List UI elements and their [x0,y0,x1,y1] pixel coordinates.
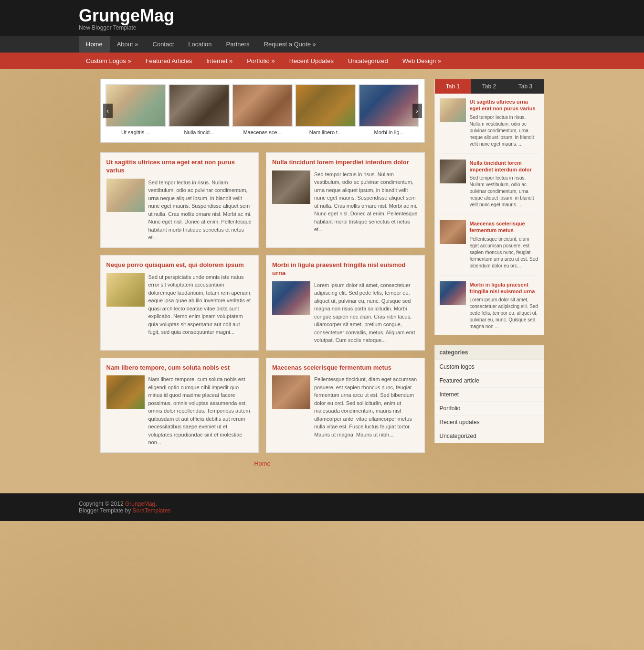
tab-thumb-img-0 [440,98,466,122]
article-title-4[interactable]: Nam libero tempore, cum soluta nobis est [106,364,253,372]
tab-bar: Tab 1Tab 2Tab 3 [435,79,544,94]
article-text-1: Sed tempor lectus in risus. Nullam vesti… [314,170,419,234]
tab-article-0: Ut sagittis ultrices urna eget erat non … [440,98,539,154]
sidebar: Tab 1Tab 2Tab 3 Ut sagittis ultrices urn… [434,79,544,474]
nav-second: Custom Logos »Featured ArticlesInternet … [0,53,644,69]
tabs-widget: Tab 1Tab 2Tab 3 Ut sagittis ultrices urn… [434,79,544,335]
category-item-3[interactable]: Portfolio [435,402,544,416]
footer: Copyright © 2012 GrungeMag. Blogger Temp… [0,493,644,521]
tab-content: Ut sagittis ultrices urna eget erat non … [435,94,544,335]
slide-caption-1: Nulla tincid... [169,127,230,138]
article-card-2: Neque porro quisquam est, qui dolorem ip… [100,255,259,351]
articles-grid: Ut sagittis ultrices urna eget erat non … [100,152,425,453]
article-thumb-3 [272,281,310,315]
nav-top: HomeAbout »ContactLocationPartnersReques… [0,36,644,53]
tab-article-title-1[interactable]: Nulla tincidunt lorem imperdiet interdum… [470,160,539,173]
article-thumb-1 [272,170,310,204]
tab-thumb-img-2 [440,220,466,244]
article-thumb-img-4 [106,375,145,409]
nav-top-item-5[interactable]: Request a Quote » [257,36,323,53]
slide-caption-0: Ut sagittis ... [106,127,167,138]
article-title-0[interactable]: Ut sagittis ultrices urna eget erat non … [106,159,253,175]
article-title-5[interactable]: Maecenas scelerisque fermentum metus [272,364,419,372]
slide-thumb-2 [232,84,293,127]
article-title-1[interactable]: Nulla tincidunt lorem imperdiet interdum… [272,159,419,167]
nav-second-item-1[interactable]: Featured Articles [138,53,200,69]
footer-brand-link[interactable]: GrungeMag [125,501,155,507]
tab-btn-2[interactable]: Tab 3 [507,79,544,94]
tab-article-info-1: Nulla tincidunt lorem imperdiet interdum… [470,160,539,209]
pagination: Home [100,453,425,474]
slide-thumb-1 [169,84,230,127]
article-thumb-img-5 [272,375,310,409]
category-list: Custom logosFeatured articleInternetPort… [435,360,544,443]
site-subtitle: New Blogger Template [79,24,634,31]
article-body-5: Pellentesque tincidunt, diam eget accums… [272,375,419,438]
article-body-2: Sed ut perspiciatis unde omnis iste natu… [106,273,253,336]
slider-container: ‹ Ut sagittis ... Nulla tincid... Maecen… [100,79,425,143]
nav-top-item-2[interactable]: Contact [146,36,181,53]
tab-article-3: Morbi in ligula praesent fringilla nisl … [440,281,539,330]
categories-widget: categories Custom logosFeatured articleI… [434,345,544,443]
article-text-4: Nam libero tempore, cum soluta nobis est… [148,375,253,447]
slide-item-4: Morbi in lig... [359,84,420,138]
nav-top-item-0[interactable]: Home [79,36,110,53]
article-text-5: Pellentesque tincidunt, diam eget accums… [314,375,419,438]
article-thumb-2 [106,273,145,307]
article-text-0: Sed tempor lectus in risus. Nullam vesti… [148,179,253,242]
article-thumb-img-3 [272,281,310,315]
tab-article-2: Maecenas scelerisque fermentum metus Pel… [440,220,539,276]
slider-inner: Ut sagittis ... Nulla tincid... Maecenas… [106,84,420,138]
tab-article-title-3[interactable]: Morbi in ligula praesent fringilla nisl … [470,281,539,295]
article-text-2: Sed ut perspiciatis unde omnis iste natu… [148,273,253,336]
slider-next-button[interactable]: › [412,104,422,118]
main-wrapper: ‹ Ut sagittis ... Nulla tincid... Maecen… [100,69,544,484]
article-body-1: Sed tempor lectus in risus. Nullam vesti… [272,170,419,234]
tab-article-text-0: Sed tempor lectus in risus. Nullam vesti… [470,114,539,148]
nav-top-item-4[interactable]: Partners [219,36,256,53]
category-item-2[interactable]: Internet [435,388,544,402]
tab-thumb-3 [440,281,466,305]
nav-top-item-1[interactable]: About » [110,36,146,53]
slide-thumb-3 [295,84,356,127]
nav-second-item-0[interactable]: Custom Logos » [79,53,138,69]
article-title-2[interactable]: Neque porro quisquam est, qui dolorem ip… [106,261,253,269]
tab-thumb-img-1 [440,160,466,183]
category-item-5[interactable]: Uncategorized [435,429,544,443]
tab-btn-1[interactable]: Tab 2 [471,79,507,94]
category-item-1[interactable]: Featured article [435,374,544,388]
article-title-3[interactable]: Morbi in ligula praesent fringilla nisl … [272,261,419,277]
tab-article-text-2: Pellentesque tincidunt, diam eget accums… [470,236,539,269]
nav-second-item-3[interactable]: Portfolio » [240,53,282,69]
slide-thumb-4 [359,84,420,127]
article-card-3: Morbi in ligula praesent fringilla nisl … [266,255,425,351]
site-title: GrungeMag [79,7,634,24]
footer-template-link[interactable]: SoraTemplates [133,507,171,514]
article-body-3: Lorem ipsum dolor sit amet, consectetuer… [272,281,419,344]
footer-template-text: Blogger Template by [79,507,133,514]
nav-top-item-3[interactable]: Location [181,36,219,53]
article-text-3: Lorem ipsum dolor sit amet, consectetuer… [314,281,419,344]
category-item-0[interactable]: Custom logos [435,360,544,374]
article-thumb-img-0 [106,179,145,212]
category-item-4[interactable]: Recent updates [435,416,544,429]
tab-article-title-2[interactable]: Maecenas scelerisque fermentum metus [470,220,539,234]
article-thumb-0 [106,179,145,212]
nav-second-item-5[interactable]: Uncategorized [341,53,395,69]
nav-second-item-2[interactable]: Internet » [199,53,240,69]
nav-second-item-6[interactable]: Web Design » [395,53,448,69]
tab-article-title-0[interactable]: Ut sagittis ultrices urna eget erat non … [470,98,539,112]
tab-btn-0[interactable]: Tab 1 [435,79,471,94]
slide-item-0: Ut sagittis ... [106,84,167,138]
slider-prev-button[interactable]: ‹ [103,104,113,118]
slide-item-1: Nulla tincid... [169,84,230,138]
article-thumb-img-2 [106,273,145,307]
slide-caption-2: Maecenas sce... [232,127,293,138]
article-card-5: Maecenas scelerisque fermentum metus Pel… [266,358,425,453]
tab-article-text-3: Lorem ipsum dolor sit amet, consectetuer… [470,297,539,330]
tab-article-1: Nulla tincidunt lorem imperdiet interdum… [440,160,539,215]
tab-article-info-0: Ut sagittis ultrices urna eget erat non … [470,98,539,148]
home-link[interactable]: Home [254,460,271,467]
content: ‹ Ut sagittis ... Nulla tincid... Maecen… [100,79,425,474]
nav-second-item-4[interactable]: Recent Updates [282,53,341,69]
